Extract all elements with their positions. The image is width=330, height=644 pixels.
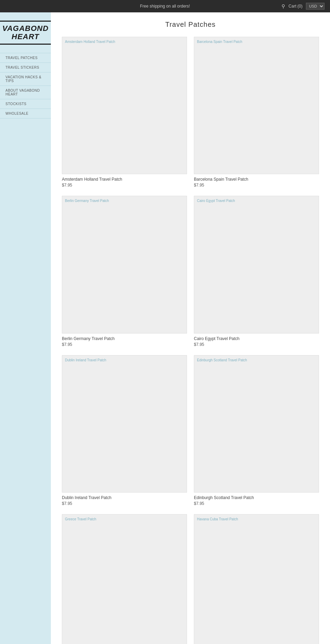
sidebar-item-wholesale[interactable]: WHOLESALE [0,109,51,118]
product-image-label: Greece Travel Patch [65,517,96,521]
sidebar-item-travel-stickers[interactable]: TRAVEL STICKERS [0,63,51,72]
sidebar-item-vacation-hacks[interactable]: VACATION HACKS & TIPS [0,72,51,86]
product-item[interactable]: Berlin Germany Travel PatchBerlin German… [62,196,187,347]
top-bar-actions: ⚲ Cart (0) USD EUR GBP [282,3,324,10]
product-image-container: Berlin Germany Travel Patch [62,196,187,333]
product-image-container: Cairo Egypt Travel Patch [194,196,319,333]
site-logo: VAGABONDHEART [0,21,53,45]
product-image-label: Edinburgh Scotland Travel Patch [197,358,247,362]
product-price: $7.95 [62,183,187,188]
product-image-container: Dublin Ireland Travel Patch [62,355,187,493]
product-image-label: Berlin Germany Travel Patch [65,199,109,203]
cart-button[interactable]: Cart (0) [288,4,302,9]
product-price: $7.95 [62,501,187,506]
product-name: Dublin Ireland Travel Patch [62,495,187,500]
product-item[interactable]: Greece Travel PatchGreece Travel Patch$7… [62,514,187,644]
top-bar: Free shipping on all orders! ⚲ Cart (0) … [0,0,330,12]
product-price: $7.95 [194,342,319,347]
product-price: $7.95 [62,342,187,347]
product-image-label: Barcelona Spain Travel Patch [197,40,242,44]
sidebar-nav: TRAVEL PATCHES TRAVEL STICKERS VACATION … [0,53,51,118]
product-name: Cairo Egypt Travel Patch [194,336,319,341]
shipping-message: Free shipping on all orders! [140,4,190,9]
sidebar: VAGABONDHEART TRAVEL PATCHES TRAVEL STIC… [0,12,51,644]
product-image-container: Edinburgh Scotland Travel Patch [194,355,319,493]
product-item[interactable]: Amsterdam Holland Travel PatchAmsterdam … [62,37,187,188]
product-item[interactable]: Barcelona Spain Travel PatchBarcelona Sp… [194,37,319,188]
product-image-container: Havana Cuba Travel Patch [194,514,319,644]
product-item[interactable]: Cairo Egypt Travel PatchCairo Egypt Trav… [194,196,319,347]
page-layout: VAGABONDHEART TRAVEL PATCHES TRAVEL STIC… [0,12,330,644]
logo-area: VAGABONDHEART [0,18,51,50]
product-image-label: Dublin Ireland Travel Patch [65,358,106,362]
product-price: $7.95 [194,183,319,188]
product-price: $7.95 [194,501,319,506]
product-name: Berlin Germany Travel Patch [62,336,187,341]
product-image-container: Barcelona Spain Travel Patch [194,37,319,174]
product-item[interactable]: Havana Cuba Travel PatchHavana Cuba Trav… [194,514,319,644]
product-name: Amsterdam Holland Travel Patch [62,177,187,182]
main-content: Travel Patches Amsterdam Holland Travel … [51,12,330,644]
sidebar-item-about[interactable]: ABOUT VAGABOND HEART [0,86,51,99]
page-title: Travel Patches [62,21,319,29]
product-name: Edinburgh Scotland Travel Patch [194,495,319,500]
currency-selector[interactable]: USD EUR GBP [306,3,324,10]
search-button[interactable]: ⚲ [282,3,285,9]
product-image-label: Havana Cuba Travel Patch [197,517,238,521]
product-image-label: Amsterdam Holland Travel Patch [65,40,115,44]
product-image-container: Greece Travel Patch [62,514,187,644]
product-image-label: Cairo Egypt Travel Patch [197,199,235,203]
product-item[interactable]: Edinburgh Scotland Travel PatchEdinburgh… [194,355,319,506]
product-image-container: Amsterdam Holland Travel Patch [62,37,187,174]
sidebar-item-travel-patches[interactable]: TRAVEL PATCHES [0,53,51,63]
product-item[interactable]: Dublin Ireland Travel PatchDublin Irelan… [62,355,187,506]
sidebar-item-stockists[interactable]: STOCKISTS [0,99,51,109]
product-name: Barcelona Spain Travel Patch [194,177,319,182]
product-grid: Amsterdam Holland Travel PatchAmsterdam … [62,37,319,644]
